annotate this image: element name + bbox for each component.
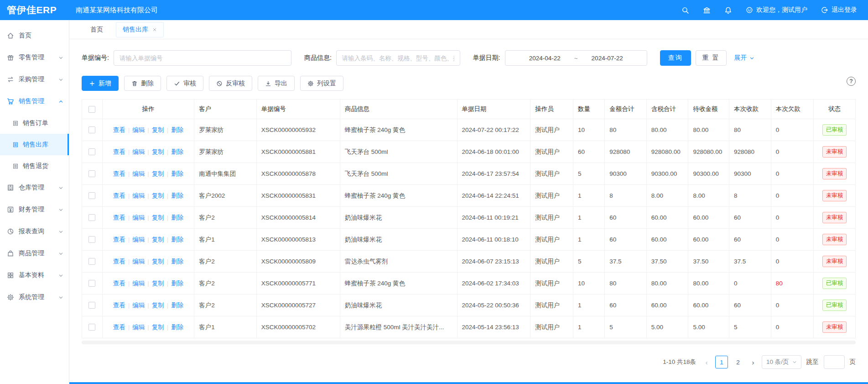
- action-delete-link[interactable]: 删除: [171, 324, 183, 331]
- tab-1[interactable]: 销售出库: [116, 22, 164, 37]
- action-copy-link[interactable]: 复制: [152, 148, 164, 155]
- row-checkbox[interactable]: [88, 214, 95, 221]
- toolbar-button-0[interactable]: 新增: [82, 76, 119, 91]
- action-edit-link[interactable]: 编辑: [132, 324, 145, 331]
- page-size-select[interactable]: 10 条/页: [762, 355, 801, 369]
- action-delete-link[interactable]: 删除: [171, 192, 183, 199]
- sidebar-item-2[interactable]: 采购管理: [0, 68, 69, 90]
- sidebar-item-label: 系统管理: [19, 293, 44, 301]
- action-view-link[interactable]: 查看: [113, 148, 125, 155]
- next-page-arrow[interactable]: ›: [749, 358, 757, 366]
- cell-date: 2024-05-22 00:50:36: [457, 295, 530, 316]
- date-range-picker[interactable]: 2024-04-22 ~ 2024-07-22: [505, 50, 647, 66]
- action-copy-link[interactable]: 复制: [152, 236, 164, 243]
- action-edit-link[interactable]: 编辑: [132, 192, 145, 199]
- search-icon[interactable]: [681, 6, 689, 14]
- row-checkbox[interactable]: [88, 192, 95, 199]
- horizontal-scrollbar[interactable]: [82, 341, 856, 344]
- jump-page-input[interactable]: [824, 355, 845, 369]
- action-edit-link[interactable]: 编辑: [132, 126, 145, 133]
- action-view-link[interactable]: 查看: [113, 192, 125, 199]
- action-divider: |: [128, 302, 130, 309]
- toolbar-button-5[interactable]: 列设置: [300, 76, 343, 91]
- order-no-input[interactable]: [114, 50, 291, 66]
- action-edit-link[interactable]: 编辑: [132, 258, 145, 265]
- sidebar-item-9[interactable]: 系统管理: [0, 286, 69, 308]
- action-copy-link[interactable]: 复制: [152, 302, 164, 309]
- column-header-tax_total: 含税合计: [646, 100, 688, 119]
- row-checkbox[interactable]: [88, 302, 95, 309]
- action-copy-link[interactable]: 复制: [152, 258, 164, 265]
- action-delete-link[interactable]: 删除: [171, 148, 183, 155]
- action-view-link[interactable]: 查看: [113, 126, 125, 133]
- action-copy-link[interactable]: 复制: [152, 214, 164, 221]
- action-copy-link[interactable]: 复制: [152, 126, 164, 133]
- cell-qty: 1: [573, 207, 605, 229]
- date-start-value[interactable]: 2024-04-22: [529, 55, 561, 62]
- page-button-1[interactable]: 1: [715, 356, 728, 368]
- reset-button[interactable]: 重 置: [696, 50, 727, 66]
- expand-link[interactable]: 展开: [734, 54, 754, 62]
- row-checkbox[interactable]: [88, 236, 95, 243]
- action-delete-link[interactable]: 删除: [171, 302, 183, 309]
- sidebar-subitem-3-2[interactable]: 销售退货: [0, 155, 69, 177]
- toolbar-button-4[interactable]: 导出: [258, 76, 295, 91]
- bank-icon[interactable]: [703, 6, 711, 14]
- action-copy-link[interactable]: 复制: [152, 170, 164, 177]
- action-delete-link[interactable]: 删除: [171, 258, 183, 265]
- logout-button[interactable]: 退出登录: [821, 6, 857, 14]
- action-delete-link[interactable]: 删除: [171, 236, 183, 243]
- action-view-link[interactable]: 查看: [113, 324, 125, 331]
- sidebar-item-5[interactable]: 财务管理: [0, 199, 69, 221]
- purchase-icon: [7, 76, 14, 83]
- action-view-link[interactable]: 查看: [113, 170, 125, 177]
- page-button-2[interactable]: 2: [732, 356, 744, 368]
- product-info-input[interactable]: [336, 50, 460, 66]
- action-edit-link[interactable]: 编辑: [132, 280, 145, 287]
- action-delete-link[interactable]: 删除: [171, 280, 183, 287]
- action-edit-link[interactable]: 编辑: [132, 302, 145, 309]
- sidebar-subitem-3-1[interactable]: 销售出库: [0, 134, 69, 155]
- sidebar-item-4[interactable]: 仓库管理: [0, 177, 69, 199]
- close-icon[interactable]: [152, 27, 157, 32]
- action-edit-link[interactable]: 编辑: [132, 214, 145, 221]
- sidebar-item-6[interactable]: 报表查询: [0, 221, 69, 242]
- row-checkbox[interactable]: [88, 148, 95, 155]
- action-view-link[interactable]: 查看: [113, 302, 125, 309]
- sidebar-item-3[interactable]: 销售管理: [0, 90, 69, 112]
- action-edit-link[interactable]: 编辑: [132, 236, 145, 243]
- prev-page-arrow[interactable]: ‹: [703, 358, 710, 366]
- action-delete-link[interactable]: 删除: [171, 214, 183, 221]
- sidebar-item-0[interactable]: 首页: [0, 25, 69, 47]
- action-delete-link[interactable]: 删除: [171, 170, 183, 177]
- action-edit-link[interactable]: 编辑: [132, 148, 145, 155]
- action-copy-link[interactable]: 复制: [152, 280, 164, 287]
- toolbar-button-3[interactable]: 反审核: [209, 76, 252, 91]
- sidebar-item-7[interactable]: 商品管理: [0, 242, 69, 264]
- sidebar-item-1[interactable]: 零售管理: [0, 47, 69, 68]
- search-button[interactable]: 查询: [660, 50, 691, 66]
- tab-0[interactable]: 首页: [84, 22, 109, 37]
- action-view-link[interactable]: 查看: [113, 280, 125, 287]
- bell-icon[interactable]: [724, 6, 732, 14]
- sidebar-subitem-3-0[interactable]: 销售订单: [0, 112, 69, 134]
- row-checkbox[interactable]: [88, 258, 95, 265]
- toolbar-button-1[interactable]: 删除: [124, 76, 161, 91]
- row-checkbox[interactable]: [88, 280, 95, 287]
- row-checkbox[interactable]: [88, 126, 95, 133]
- user-menu[interactable]: 欢迎您，测试用户: [746, 6, 807, 14]
- action-view-link[interactable]: 查看: [113, 258, 125, 265]
- help-icon[interactable]: ?: [847, 77, 856, 86]
- action-view-link[interactable]: 查看: [113, 214, 125, 221]
- row-checkbox[interactable]: [88, 324, 95, 331]
- toolbar-button-2[interactable]: 审核: [166, 76, 203, 91]
- action-copy-link[interactable]: 复制: [152, 324, 164, 331]
- action-edit-link[interactable]: 编辑: [132, 170, 145, 177]
- sidebar-item-8[interactable]: 基本资料: [0, 264, 69, 286]
- date-end-value[interactable]: 2024-07-22: [592, 55, 623, 62]
- select-all-checkbox[interactable]: [88, 106, 95, 113]
- action-delete-link[interactable]: 删除: [171, 126, 183, 133]
- action-view-link[interactable]: 查看: [113, 236, 125, 243]
- action-copy-link[interactable]: 复制: [152, 192, 164, 199]
- row-checkbox[interactable]: [88, 170, 95, 177]
